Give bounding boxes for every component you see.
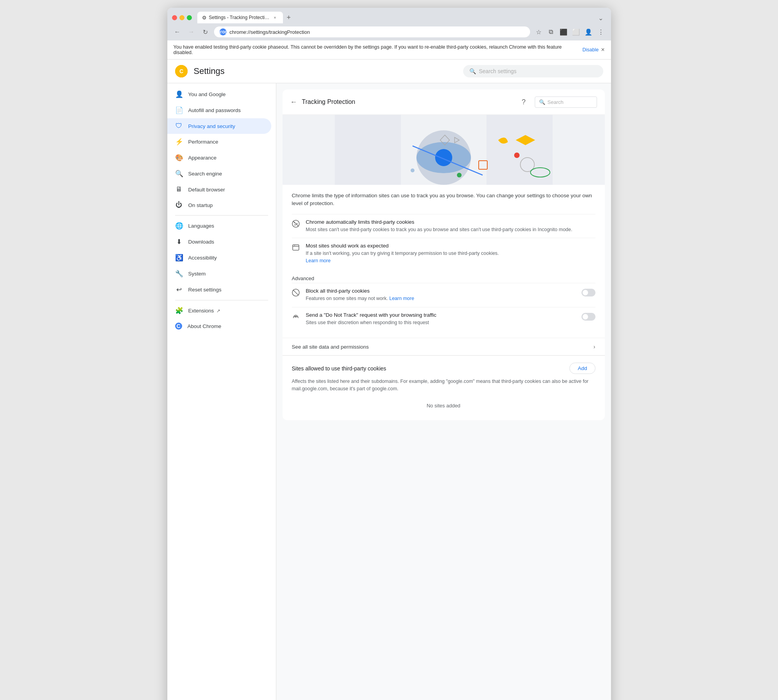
svg-point-22 — [294, 224, 295, 225]
sidebar-item-system[interactable]: 🔧 System — [167, 266, 271, 282]
sidebar-item-performance[interactable]: ⚡ Performance — [167, 134, 271, 150]
sidebar-item-on-startup[interactable]: ⏻ On startup — [167, 197, 271, 213]
sidebar-item-you-and-google[interactable]: 👤 You and Google — [167, 86, 271, 102]
hero-illustration — [283, 115, 605, 185]
option-do-not-track-content: Send a "Do Not Track" request with your … — [306, 312, 576, 326]
content-panel: ← Tracking Protection ? 🔍 Search — [283, 89, 605, 420]
sidebar-divider-2 — [175, 300, 268, 300]
address-bar[interactable]: Chrome chrome://settings/trackingProtect… — [214, 26, 530, 37]
address-text: chrome://settings/trackingProtection — [230, 29, 525, 35]
sidebar-item-languages[interactable]: 🌐 Languages — [167, 218, 271, 234]
panel-search-icon: 🔍 — [539, 99, 545, 105]
sidebar-item-accessibility[interactable]: ♿ Accessibility — [167, 250, 271, 266]
tab-title: Settings - Tracking Protectio… — [209, 15, 270, 20]
notification-close-button[interactable]: × — [601, 46, 604, 53]
maximize-button[interactable] — [187, 15, 192, 20]
sidebar-item-autofill[interactable]: 📄 Autofill and passwords — [167, 102, 271, 118]
svg-line-19 — [293, 221, 299, 226]
panel-back-button[interactable]: ← — [290, 98, 297, 106]
sidebar-item-search-engine[interactable]: 🔍 Search engine — [167, 166, 271, 182]
panel-search-bar[interactable]: 🔍 Search — [535, 96, 597, 108]
do-not-track-toggle[interactable] — [581, 313, 595, 321]
nav-actions: ☆ ⧉ ⬛ ⬜ 👤 ⋮ — [533, 26, 606, 37]
settings-search-bar[interactable]: 🔍 Search settings — [463, 65, 603, 77]
reset-icon: ↩ — [175, 286, 183, 294]
site-data-chevron-icon: › — [594, 344, 595, 350]
svg-point-28 — [295, 316, 297, 318]
about-chrome-icon: C — [175, 323, 182, 330]
svg-point-16 — [457, 173, 462, 177]
new-tab-button[interactable]: + — [284, 12, 294, 23]
option-sites-work-title: Most sites should work as expected — [306, 243, 595, 249]
refresh-button[interactable]: ↻ — [200, 26, 211, 37]
sidebar-label-privacy: Privacy and security — [188, 123, 235, 129]
hero-desc-section: Chrome limits the type of information si… — [283, 185, 605, 338]
sidebar-item-reset[interactable]: ↩ Reset settings — [167, 282, 271, 298]
tab-overflow-button[interactable]: ⌄ — [595, 13, 606, 23]
help-button[interactable]: ? — [518, 96, 530, 108]
traffic-lights — [172, 15, 192, 20]
sidebar-item-downloads[interactable]: ⬇ Downloads — [167, 234, 271, 250]
sidebar-label-default-browser: Default browser — [188, 187, 225, 193]
sidebar-item-appearance[interactable]: 🎨 Appearance — [167, 150, 271, 166]
sidebar-item-about[interactable]: C About Chrome — [167, 319, 271, 333]
default-browser-icon: 🖥 — [175, 186, 183, 193]
sidebar-item-privacy[interactable]: 🛡 Privacy and security — [167, 118, 271, 134]
option-sites-work-desc: If a site isn't working, you can try giv… — [306, 250, 595, 265]
sidebar-label-extensions: Extensions — [188, 308, 214, 314]
block-all-toggle[interactable] — [581, 289, 595, 296]
sidebar-label-accessibility: Accessibility — [188, 255, 217, 261]
person-icon: 👤 — [175, 90, 183, 98]
main-content: ← Tracking Protection ? 🔍 Search — [276, 83, 611, 700]
settings-title: Settings — [194, 66, 457, 76]
option-block-all-content: Block all third-party cookies Features o… — [306, 288, 576, 302]
option-auto-limit-desc: Most sites can't use third-party cookies… — [306, 226, 595, 233]
svg-text:C: C — [179, 68, 183, 74]
back-button[interactable]: ← — [172, 26, 183, 37]
extensions-button[interactable]: ⧉ — [546, 26, 557, 37]
active-tab[interactable]: ⚙ Settings - Tracking Protectio… × — [197, 12, 283, 23]
sidebar-label-on-startup: On startup — [188, 202, 213, 208]
sidebar-item-default-browser[interactable]: 🖥 Default browser — [167, 182, 271, 197]
autofill-icon: 📄 — [175, 106, 183, 114]
split-button[interactable]: ⬜ — [571, 26, 581, 37]
tab-close-button[interactable]: × — [272, 14, 278, 21]
languages-icon: 🌐 — [175, 222, 183, 230]
sites-work-icon — [292, 244, 300, 253]
site-data-row[interactable]: See all site data and permissions › — [283, 338, 605, 355]
sidebar-label-languages: Languages — [188, 223, 214, 229]
sidebar-item-extensions[interactable]: 🧩 Extensions ↗ — [167, 303, 271, 319]
extensions-sidebar-icon: 🧩 — [175, 307, 183, 315]
minimize-button[interactable] — [179, 15, 184, 20]
browser-window: ⚙ Settings - Tracking Protectio… × + ⌄ ←… — [167, 8, 611, 700]
add-site-button[interactable]: Add — [569, 363, 595, 374]
title-bar: ⚙ Settings - Tracking Protectio… × + ⌄ — [167, 8, 611, 23]
shield-icon: 🛡 — [175, 122, 183, 130]
svg-point-21 — [296, 223, 297, 224]
option-auto-limit: Chrome automatically limits third-party … — [292, 214, 595, 238]
cast-button[interactable]: ⬛ — [558, 26, 569, 37]
forward-button[interactable]: → — [186, 26, 197, 37]
sidebar-label-search-engine: Search engine — [188, 171, 222, 177]
close-button[interactable] — [172, 15, 177, 20]
sidebar-divider-1 — [175, 215, 268, 216]
svg-point-17 — [411, 168, 414, 172]
allowed-sites-header: Sites allowed to use third-party cookies… — [292, 363, 595, 374]
option-auto-limit-content: Chrome automatically limits third-party … — [306, 219, 595, 233]
option-block-all: Block all third-party cookies Features o… — [292, 283, 595, 307]
system-icon: 🔧 — [175, 270, 183, 278]
bookmark-button[interactable]: ☆ — [533, 26, 544, 37]
allowed-sites-section: Sites allowed to use third-party cookies… — [283, 355, 605, 420]
notification-text: You have enabled testing third-party coo… — [174, 44, 580, 55]
svg-point-13 — [514, 153, 520, 158]
learn-more-link-2[interactable]: Learn more — [389, 296, 414, 301]
option-block-all-desc: Features on some sites may not work. Lea… — [306, 295, 576, 302]
search-icon: 🔍 — [469, 68, 476, 74]
tab-favicon: ⚙ — [202, 15, 207, 21]
profile-button[interactable]: 👤 — [583, 26, 594, 37]
sidebar-label-about: About Chrome — [188, 323, 221, 329]
notification-disable-link[interactable]: Disable — [582, 47, 599, 53]
learn-more-link-1[interactable]: Learn more — [306, 258, 331, 263]
menu-button[interactable]: ⋮ — [595, 26, 606, 37]
option-sites-work-desc-text: If a site isn't working, you can try giv… — [306, 251, 499, 256]
